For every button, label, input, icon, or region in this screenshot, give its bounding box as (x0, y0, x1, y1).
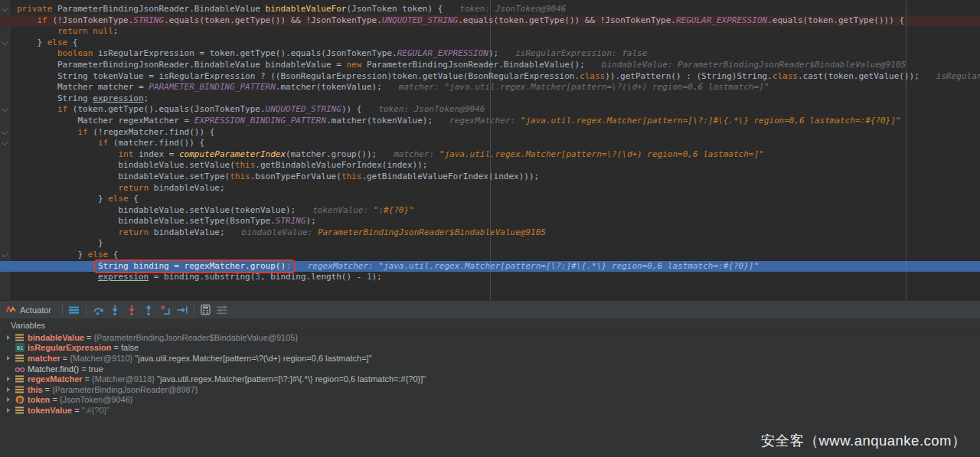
run-to-cursor-icon[interactable] (174, 302, 191, 318)
variable-name: isRegularExpression (28, 343, 111, 352)
variable-row-matcher[interactable]: matcher = {Matcher@9110} "java.util.rege… (0, 353, 980, 364)
svg-text:p: p (18, 397, 22, 403)
inline-debugger-hint: matcher: "java.util.regex.Matcher[patter… (399, 82, 769, 92)
variable-value: {Matcher@9118} (92, 374, 157, 384)
variable-name: token (28, 395, 50, 404)
variable-value: false (121, 343, 139, 352)
force-step-into-icon[interactable] (123, 302, 140, 318)
primitive-icon: 01 (14, 343, 25, 352)
variable-row-this[interactable]: this = {ParameterBindingJsonReader@8987} (0, 384, 980, 395)
expand-chevron-icon[interactable] (5, 377, 12, 381)
variable-value: "java.util.regex.Matcher[pattern=[\?:]#\… (157, 374, 426, 384)
step-over-icon[interactable] (90, 302, 106, 318)
code-editor[interactable]: private ParameterBindingJsonReader.Binda… (0, 0, 980, 300)
value-icon (14, 374, 25, 384)
inline-debugger-hint: token: JsonToken@9046 (378, 104, 485, 114)
variables-panel-header: Variables (0, 318, 980, 332)
inline-debugger-hint: token: JsonToken@9046 (459, 4, 566, 14)
variable-value: {JsonToken@9046} (60, 395, 133, 404)
variable-value: {ParameterBindingJsonReader$BindableValu… (94, 333, 299, 342)
inline-debugger-hint: tokenValue: ":#{?0}" (312, 205, 413, 215)
settings-lines-icon[interactable] (214, 302, 231, 318)
variable-name: matcher (28, 354, 60, 363)
svg-text:01: 01 (16, 345, 22, 351)
variable-row-regexMatcher[interactable]: regexMatcher = {Matcher@9118} "java.util… (0, 374, 980, 384)
expand-chevron-icon[interactable] (5, 408, 12, 413)
toolbar-separator (86, 304, 87, 316)
value-icon (14, 354, 25, 363)
variable-row-tokenValue[interactable]: tokenValue = ":#{?0}" (0, 405, 980, 416)
value-icon (14, 406, 25, 415)
watch-icon (14, 364, 25, 374)
debugger-toolbar: Actuator (0, 300, 980, 318)
variable-name: regexMatcher (28, 374, 83, 384)
variable-name: Matcher.find() (28, 364, 79, 374)
evaluate-expression-icon[interactable] (198, 302, 214, 318)
variable-name: bindableValue (28, 333, 84, 342)
variable-row-isRegularExpression[interactable]: 01isRegularExpression = false (0, 343, 980, 354)
expand-chevron-icon[interactable] (5, 387, 12, 392)
actuator-icon (6, 303, 16, 317)
variable-row-Matcher-find-[interactable]: Matcher.find() = true (0, 364, 980, 374)
value-icon (14, 385, 25, 394)
variables-title: Variables (0, 321, 45, 330)
toolbar-separator (62, 304, 63, 316)
expand-chevron-icon[interactable] (5, 335, 12, 340)
inline-debugger-hint: matcher: "java.util.regex.Matcher[patter… (394, 149, 763, 159)
watermark-text: 安全客（www.anquanke.com） (760, 431, 966, 450)
inline-debugger-hint: regexMatcher: "java.util.regex.Matcher[p… (449, 116, 900, 126)
param-icon: p (14, 395, 25, 404)
drop-frame-icon[interactable] (157, 302, 174, 318)
tab-label: Actuator (20, 305, 51, 315)
annotation-box: String binding = regexMatcher.group(); (93, 260, 296, 273)
variable-row-token[interactable]: ptoken = {JsonToken@9046} (0, 395, 980, 406)
step-into-icon[interactable] (106, 302, 123, 318)
inline-debugger-hint: bindableValue: ParameterBindingJsonReade… (602, 60, 906, 70)
variable-value: "java.util.regex.Matcher[pattern=\?(\d+)… (135, 354, 371, 363)
variable-value: true (89, 364, 103, 374)
tab-actuator[interactable]: Actuator (0, 301, 59, 318)
inline-debugger-hint: regexMatcher: "java.util.regex.Matcher[p… (308, 261, 759, 271)
inline-debugger-hint: isRegularExpression: false (515, 48, 647, 58)
inline-debugger-hint: isRegularExpression: false (936, 71, 980, 81)
variable-value: {ParameterBindingJsonReader@8987} (52, 385, 198, 394)
variable-value: ":#{?0}" (82, 406, 110, 415)
toolbar-separator (194, 304, 194, 316)
inline-debugger-hint: bindableValue: ParameterBindingJsonReade… (242, 227, 546, 237)
variable-name: this (28, 385, 43, 394)
step-out-icon[interactable] (140, 302, 157, 318)
expand-chevron-icon[interactable] (5, 397, 12, 402)
editor-margin-guide (906, 0, 906, 300)
variable-name: tokenValue (28, 406, 72, 415)
variable-value: {Matcher@9110} (70, 354, 135, 363)
ide-debug-screenshot: { "colors": { "exec_line": "#3c66a4", "b… (0, 0, 980, 457)
editor-margin-guide (490, 0, 491, 300)
expand-chevron-icon[interactable] (5, 356, 12, 361)
value-icon (14, 333, 25, 342)
layout-menu-icon[interactable] (66, 302, 83, 318)
variable-row-bindableValue[interactable]: bindableValue = {ParameterBindingJsonRea… (0, 332, 980, 343)
